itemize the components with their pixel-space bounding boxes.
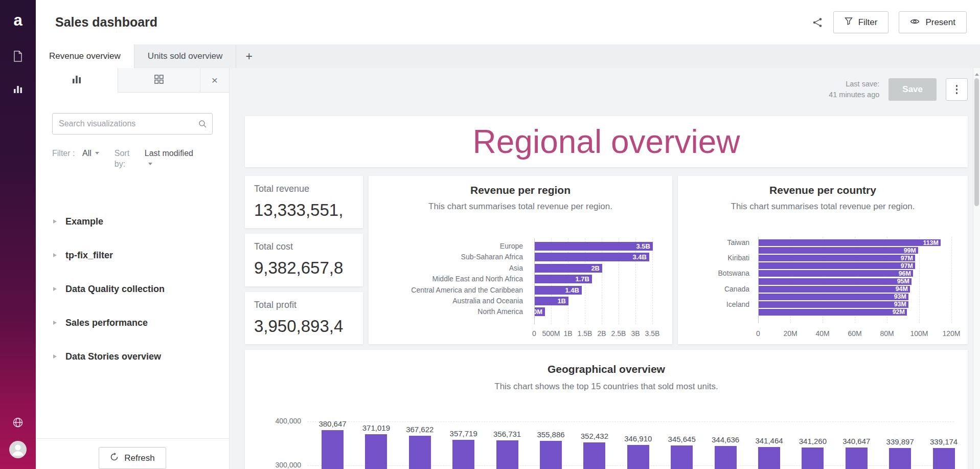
filter-button[interactable]: Filter <box>833 11 889 33</box>
bar[interactable]: 1.7B <box>535 275 592 283</box>
category-label: Kiribati <box>678 254 755 262</box>
dashboards-icon[interactable] <box>13 84 23 96</box>
dashboard-title-widget[interactable]: Regional overview <box>245 116 968 167</box>
bar[interactable] <box>496 440 518 469</box>
kpi-total-cost[interactable]: Total cost9,382,657,8 <box>245 234 363 286</box>
bar[interactable]: 97M <box>759 262 915 269</box>
sort-dropdown[interactable]: Sort by: Last modified <box>115 148 196 169</box>
x-axis-tick-label: 100M <box>904 329 935 338</box>
grid-icon <box>154 74 164 86</box>
bar-value-label: 99M <box>904 247 918 254</box>
chevron-down-icon <box>148 163 152 167</box>
kpi-total-profit[interactable]: Total profit3,950,893,4 <box>245 292 363 344</box>
kpi-value: 3,950,893,4 <box>254 317 354 336</box>
bar[interactable]: 95M <box>759 278 911 285</box>
bar[interactable] <box>583 442 605 469</box>
category-label: Middle East and North Africa <box>369 275 528 283</box>
bar[interactable] <box>758 447 780 469</box>
bar[interactable] <box>933 448 955 469</box>
share-icon[interactable] <box>812 17 823 28</box>
revenue-per-region-card[interactable]: Revenue per regionThis chart summarises … <box>369 176 672 344</box>
eye-icon <box>910 17 920 28</box>
x-axis-tick-label: 40M <box>807 329 838 338</box>
community-globe-icon[interactable] <box>12 417 24 428</box>
bar-value-label: 1B <box>557 297 568 305</box>
bar[interactable] <box>802 448 824 469</box>
tab-widgets[interactable] <box>118 68 200 92</box>
scroll-up-arrow[interactable] <box>975 71 979 76</box>
geographical-overview-card[interactable]: Geographical overviewThis chart shows th… <box>245 350 968 469</box>
bar[interactable]: 1B <box>535 297 568 305</box>
chart-title: Geographical overview <box>245 363 968 375</box>
bar[interactable]: 2B <box>535 264 602 273</box>
bar[interactable] <box>889 448 911 469</box>
tab-revenue-overview[interactable]: Revenue overview <box>36 44 134 68</box>
category-label: Botswana <box>678 269 755 278</box>
tab-units-sold-overview[interactable]: Units sold overview <box>134 44 236 68</box>
documents-icon[interactable] <box>13 50 23 64</box>
bar-value-label: 97M <box>901 262 915 269</box>
refresh-button[interactable]: Refresh <box>99 447 166 469</box>
page-title: Sales dashboard <box>55 15 157 30</box>
visualizations-panel: × Filter : All Sort by: Last modifi <box>36 68 230 469</box>
add-tab-button[interactable]: + <box>236 44 262 68</box>
group-item-tp-fix-filter[interactable]: tp-fix_filter <box>36 248 229 262</box>
main-scrollbar[interactable] <box>973 68 980 469</box>
close-panel-button[interactable]: × <box>200 68 229 92</box>
kpi-total-revenue[interactable]: Total revenue13,333,551, <box>245 176 363 228</box>
bar[interactable]: 93M <box>759 294 908 300</box>
more-options-button[interactable] <box>946 78 968 101</box>
tab-visualizations[interactable] <box>36 68 118 92</box>
visualization-group-list: Exampletp-fix_filterData Quality collect… <box>36 214 229 383</box>
bar[interactable]: 94M <box>759 286 910 293</box>
filter-sort-row: Filter : All Sort by: Last modified <box>52 148 229 169</box>
bar[interactable]: 93M <box>759 301 908 308</box>
chevron-right-icon <box>53 253 57 257</box>
present-button[interactable]: Present <box>899 11 967 33</box>
group-item-data-stories-overview[interactable]: Data Stories overview <box>36 349 229 364</box>
plot-area: 0500M1B1.5B2B2.5B3B3.5BEurope3.5BSub-Sah… <box>369 176 672 344</box>
filter-dropdown[interactable]: Filter : All <box>52 148 99 169</box>
bar-value-label: 94M <box>896 286 910 293</box>
funnel-icon <box>845 17 853 28</box>
chevron-right-icon <box>53 354 57 359</box>
bar[interactable] <box>365 434 387 469</box>
group-label: Data Stories overview <box>65 351 161 362</box>
bar[interactable] <box>452 440 474 469</box>
plot-area: 020M40M60M80M100M120MTaiwan113M99MKiriba… <box>678 176 968 344</box>
bar[interactable] <box>409 436 431 469</box>
group-item-example[interactable]: Example <box>36 214 229 229</box>
bar[interactable]: 113M <box>759 239 941 246</box>
gridline <box>619 238 619 324</box>
bar[interactable]: 96M <box>759 270 913 277</box>
scrollbar-thumb[interactable] <box>974 78 979 206</box>
bar[interactable] <box>540 441 562 469</box>
bar[interactable] <box>846 448 868 469</box>
dashboard-canvas: Last save: 41 minutes ago Save Regional … <box>230 68 973 469</box>
bar[interactable] <box>322 430 344 469</box>
bar[interactable]: 99M <box>759 247 918 254</box>
bar[interactable]: 92M <box>759 309 907 316</box>
save-button[interactable]: Save <box>888 78 937 101</box>
brand-logo[interactable]: a <box>13 11 22 31</box>
bar[interactable] <box>715 446 737 469</box>
x-axis-tick-label: 80M <box>872 329 902 338</box>
bar[interactable]: 3.5B <box>535 242 653 251</box>
rail-bottom <box>9 417 27 459</box>
category-label: Australia and Oceania <box>369 297 528 305</box>
search-input[interactable] <box>52 113 213 135</box>
bar[interactable]: 97M <box>759 255 915 261</box>
bar[interactable] <box>671 445 693 469</box>
user-avatar[interactable] <box>9 440 27 459</box>
bar[interactable]: 1.4B <box>535 286 582 295</box>
bar[interactable] <box>627 445 649 469</box>
group-item-data-quality-collection[interactable]: Data Quality collection <box>36 282 229 296</box>
revenue-per-country-card[interactable]: Revenue per countryThis chart summarises… <box>678 176 968 344</box>
category-label: Sub-Saharan Africa <box>369 253 528 261</box>
bar[interactable]: 300M <box>535 307 545 316</box>
kpi-column: Total revenue13,333,551,Total cost9,382,… <box>245 176 363 344</box>
group-item-sales-performance[interactable]: Sales performance <box>36 316 229 330</box>
bar[interactable]: 3.4B <box>535 253 649 261</box>
kpi-label: Total cost <box>254 241 354 252</box>
present-button-label: Present <box>925 17 955 28</box>
